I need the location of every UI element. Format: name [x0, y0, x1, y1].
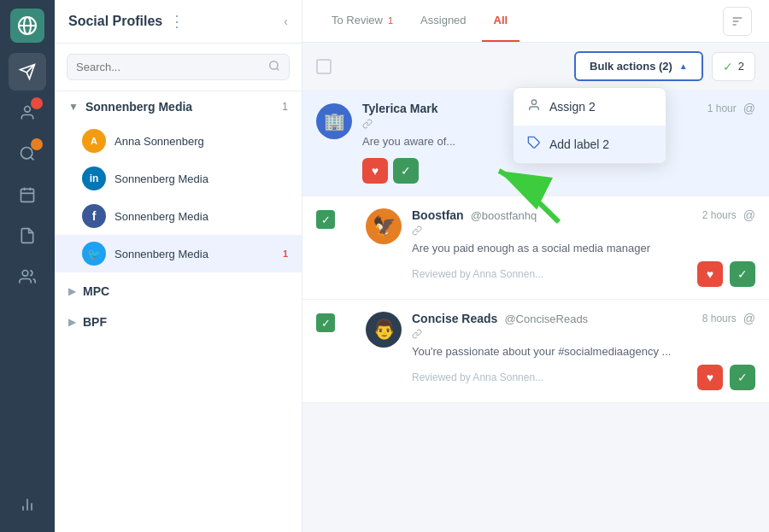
nav-compose[interactable] [9, 53, 46, 91]
caret-up-icon: ▲ [679, 61, 688, 71]
bulk-actions-button[interactable]: Bulk actions (2) ▲ [574, 51, 703, 81]
tab-assigned[interactable]: Assigned [408, 0, 478, 42]
chevron-right-icon-mpc: ▶ [68, 285, 76, 297]
select-all-checkbox[interactable] [316, 59, 332, 74]
post-concise: ✓ 👨 Concise Reads @ConciseReads 8 hours … [302, 300, 769, 403]
group-sonnenberg-label: Sonnenberg Media [85, 100, 275, 114]
svg-point-5 [25, 107, 31, 113]
avatar-anna: A [82, 129, 106, 153]
sidebar-collapse-button[interactable]: ‹ [284, 15, 288, 28]
svg-point-16 [270, 61, 278, 69]
bulk-actions-dropdown: Assign 2 Add label 2 [513, 87, 666, 164]
sidebar-content: ▼ Sonnenberg Media 1 A Anna Sonnenberg i… [55, 91, 302, 532]
svg-point-21 [531, 100, 536, 104]
post-boostfan: ✓ 🦅 Boostfan @boostfanhq 2 hours @ Are y [302, 196, 769, 300]
tab-to-review[interactable]: To Review 1 [320, 0, 405, 42]
chevron-down-icon: ▼ [68, 101, 79, 113]
avatar-concise: 👨 [366, 312, 402, 348]
approve-button[interactable]: ✓ 2 [712, 52, 755, 81]
post-tylerica-at: @ [743, 102, 755, 115]
approve-count: 2 [738, 60, 744, 73]
post-concise-reviewed: Reviewed by Anna Sonnen... [412, 371, 690, 383]
nav-calendar[interactable] [9, 176, 46, 213]
post-concise-main: Concise Reads @ConciseReads 8 hours @ Yo… [412, 312, 755, 390]
tabs-bar: To Review 1 Assigned All [302, 0, 769, 43]
group-sonnenberg[interactable]: ▼ Sonnenberg Media 1 [55, 91, 302, 122]
profile-anna-name: Anna Sonnenberg [114, 135, 288, 148]
post-tylerica-name: Tylerica Mark [362, 102, 437, 115]
search-input-wrap [67, 54, 290, 80]
link-icon-2 [412, 225, 755, 238]
nav-reports[interactable] [9, 217, 46, 254]
tab-all[interactable]: All [482, 0, 520, 42]
svg-rect-8 [21, 189, 34, 202]
tab-assigned-label: Assigned [420, 14, 466, 26]
check-btn-3[interactable]: ✓ [730, 365, 755, 390]
post-boostfan-header: Boostfan @boostfanhq 2 hours @ [412, 208, 755, 222]
app-logo[interactable] [10, 9, 44, 43]
chevron-right-icon-bpf: ▶ [68, 316, 76, 328]
avatar-sm-fb: f [82, 204, 106, 228]
post-boostfan-reviewed: Reviewed by Anna Sonnen... [412, 268, 690, 280]
sort-button[interactable] [723, 7, 752, 36]
love-btn-3[interactable]: ♥ [697, 365, 723, 390]
label-icon [527, 136, 541, 153]
profile-sm-tw[interactable]: 🐦 Sonnenberg Media 1 [55, 235, 302, 272]
love-btn-2[interactable]: ♥ [697, 261, 723, 287]
post-concise-name: Concise Reads [412, 312, 497, 325]
sidebar-title: Social Profiles [68, 14, 162, 29]
profile-sm-li[interactable]: in Sonnenberg Media [55, 160, 302, 197]
post-boostfan-checkbox[interactable]: ✓ [316, 210, 335, 229]
group-sonnenberg-count: 1 [282, 101, 288, 113]
tab-to-review-label: To Review [332, 14, 383, 26]
profile-sm-fb[interactable]: f Sonnenberg Media [55, 197, 302, 235]
post-concise-time: 8 hours [702, 313, 737, 324]
avatar-sm-li: in [82, 167, 106, 190]
search-input[interactable] [76, 61, 261, 73]
sidebar-header: Social Profiles ⋮ ‹ [55, 0, 302, 44]
dropdown-assign[interactable]: Assign 2 [514, 88, 666, 126]
post-concise-text: You're passionate about your #socialmedi… [412, 345, 755, 358]
post-boostfan-name: Boostfan [412, 208, 464, 222]
post-concise-at: @ [743, 312, 755, 325]
profile-sm-tw-badge: 1 [283, 248, 288, 259]
profile-anna[interactable]: A Anna Sonnenberg [55, 122, 302, 160]
person-icon [527, 98, 541, 115]
post-boostfan-at: @ [743, 208, 755, 222]
post-concise-header: Concise Reads @ConciseReads 8 hours @ [412, 312, 755, 325]
link-icon-3 [412, 329, 755, 342]
avatar-tylerica: 🏢 [316, 103, 352, 139]
group-bpf[interactable]: ▶ BPF [55, 307, 302, 337]
dropdown-add-label[interactable]: Add label 2 [514, 126, 666, 163]
group-mpc[interactable]: ▶ MPC [55, 276, 302, 307]
post-boostfan-footer: Reviewed by Anna Sonnen... ♥ ✓ [412, 261, 755, 287]
group-bpf-label: BPF [83, 315, 288, 329]
sidebar-options-button[interactable]: ⋮ [169, 12, 185, 31]
tab-to-review-count: 1 [388, 15, 393, 26]
avatar-sm-tw: 🐦 [82, 242, 106, 266]
main-content: To Review 1 Assigned All Bulk actions (2… [302, 0, 769, 532]
check-btn-1[interactable]: ✓ [393, 158, 419, 184]
post-concise-checkbox[interactable]: ✓ [316, 313, 335, 332]
sonnenberg-profiles: A Anna Sonnenberg in Sonnenberg Media f … [55, 122, 302, 276]
post-boostfan-main: Boostfan @boostfanhq 2 hours @ Are you p… [412, 208, 755, 287]
post-boostfan-text: Are you paid enough as a social media ma… [412, 242, 755, 254]
nav-search[interactable] [9, 135, 46, 172]
nav-inbox[interactable] [9, 94, 46, 132]
nav-team[interactable] [9, 258, 46, 295]
profile-sm-li-name: Sonnenberg Media [114, 172, 288, 185]
check-btn-2[interactable]: ✓ [730, 261, 755, 287]
post-tylerica-time: 1 hour [707, 102, 737, 114]
sidebar-header-left: Social Profiles ⋮ [68, 12, 185, 31]
search-icon [268, 60, 280, 74]
svg-point-6 [21, 148, 32, 159]
toolbar: Bulk actions (2) ▲ ✓ 2 Assign 2 [302, 43, 769, 90]
tab-all-label: All [494, 14, 508, 26]
avatar-boostfan: 🦅 [366, 208, 402, 244]
love-btn-1[interactable]: ♥ [362, 158, 388, 184]
svg-line-7 [31, 157, 34, 161]
post-concise-footer: Reviewed by Anna Sonnen... ♥ ✓ [412, 365, 755, 390]
nav-analytics[interactable] [9, 486, 46, 523]
post-boostfan-handle: @boostfanhq [471, 209, 537, 222]
group-mpc-label: MPC [83, 284, 288, 298]
